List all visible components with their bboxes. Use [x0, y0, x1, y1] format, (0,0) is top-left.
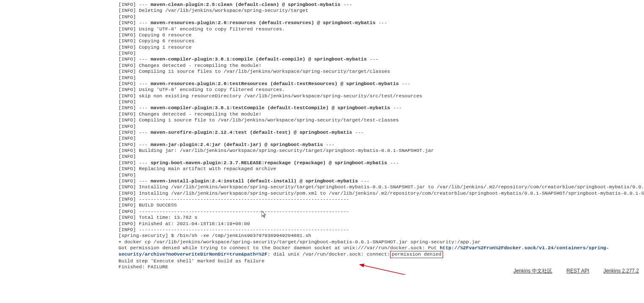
console-line: [INFO] [118, 124, 644, 129]
console-line: [INFO] [118, 172, 644, 178]
console-line: [INFO] Installing /var/lib/jenkins/works… [118, 190, 644, 196]
footer: Jenkins 中文社区 REST API Jenkins 2.277.2 [0, 266, 644, 275]
console-line: [INFO] [118, 135, 644, 141]
console-line: [INFO] Copying 6 resources [118, 38, 644, 44]
console-line: [INFO] Building jar: /var/lib/jenkins/wo… [118, 148, 644, 154]
console-line: [spring-security] $ /bin/sh -xe /tmp/jen… [118, 233, 644, 239]
footer-version-link[interactable]: Jenkins 2.277.2 [603, 268, 639, 274]
console-line: [INFO] --- maven-resources-plugin:2.6:re… [118, 20, 644, 26]
footer-community-link[interactable]: Jenkins 中文社区 [513, 268, 552, 274]
console-line: [INFO] --- maven-resources-plugin:2.6:te… [118, 81, 644, 87]
console-line: [INFO] Copying 0 resource [118, 32, 644, 38]
console-line: [INFO] Installing /var/lib/jenkins/works… [118, 184, 644, 190]
console-line: Build step 'Execute shell' marked build … [118, 258, 644, 264]
console-line: [INFO] Finished at: 2021-04-15T16:14:19+… [118, 221, 644, 227]
console-line: [INFO] Replacing main artifact with repa… [118, 166, 644, 172]
console-line: [INFO] --- maven-compiler-plugin:3.8.1:t… [118, 105, 644, 111]
console-line: [INFO] --- maven-surefire-plugin:2.12.4:… [118, 129, 644, 135]
console-line: [INFO] Copying 1 resource [118, 44, 644, 50]
console-line: [INFO] ---------------------------------… [118, 227, 644, 233]
console-line: [INFO] --- maven-clean-plugin:2.5:clean … [118, 2, 644, 8]
console-line: [INFO] Changes detected - recompiling th… [118, 111, 644, 117]
console-line: [INFO] skip non existing resourceDirecto… [118, 93, 644, 99]
console-line: [INFO] ---------------------------------… [118, 196, 644, 202]
error-url-link[interactable]: http://%2Fvar%2Frun%2Fdocker.sock/v1.24/… [118, 245, 609, 257]
console-line: [INFO] BUILD SUCCESS [118, 202, 644, 208]
console-line: [INFO] Deleting /var/lib/jenkins/workspa… [118, 8, 644, 14]
console-line: [INFO] [118, 14, 644, 20]
console-error-line: Got permission denied while trying to co… [118, 245, 644, 258]
console-output: [INFO] --- maven-clean-plugin:2.5:clean … [0, 0, 644, 275]
console-line: [INFO] Changes detected - recompiling th… [118, 63, 644, 69]
console-line: [INFO] ---------------------------------… [118, 209, 644, 215]
console-line: [INFO] Using 'UTF-8' encoding to copy fi… [118, 26, 644, 32]
console-line: [INFO] Compiling 1 source file to /var/l… [118, 117, 644, 123]
console-line: [INFO] [118, 50, 644, 56]
console-line: [INFO] [118, 75, 644, 81]
permission-denied-highlight: permission denied [390, 251, 443, 258]
console-line: [INFO] --- maven-compiler-plugin:3.8.1:c… [118, 56, 644, 62]
console-line: + docker cp /var/lib/jenkins/workspace/s… [118, 239, 644, 245]
console-line: [INFO] Total time: 13.782 s [118, 215, 644, 220]
console-line: [INFO] Compiling 11 source files to /var… [118, 69, 644, 74]
console-line: [INFO] --- maven-install-plugin:2.4:inst… [118, 178, 644, 184]
console-line: [INFO] --- maven-jar-plugin:2.4:jar (def… [118, 142, 644, 148]
console-line: [INFO] [118, 99, 644, 105]
footer-restapi-link[interactable]: REST API [567, 268, 589, 274]
console-line: [INFO] Using 'UTF-8' encoding to copy fi… [118, 87, 644, 93]
console-line: [INFO] [118, 154, 644, 160]
console-line: [INFO] --- spring-boot-maven-plugin:2.3.… [118, 160, 644, 166]
